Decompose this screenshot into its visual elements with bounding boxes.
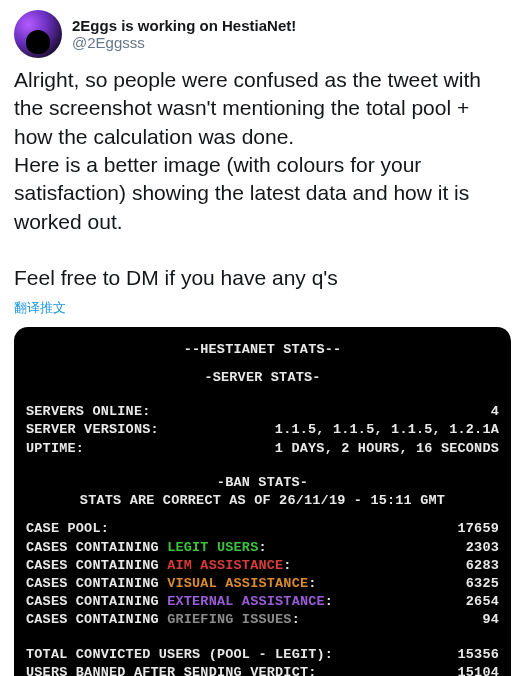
server-versions-value: 1.1.5, 1.1.5, 1.1.5, 1.2.1A	[275, 421, 499, 439]
visual-row: CASES CONTAINING VISUAL ASSISTANCE: 6325	[26, 575, 499, 593]
griefing-value: 94	[482, 611, 499, 629]
terminal-title: --HESTIANET STATS--	[26, 341, 499, 359]
tweet-text: Alright, so people were confused as the …	[14, 66, 511, 293]
aim-label: CASES CONTAINING AIM ASSISTANCE:	[26, 557, 292, 575]
server-versions-label: SERVER VERSIONS:	[26, 421, 159, 439]
uptime-label: UPTIME:	[26, 440, 84, 458]
server-stats-header: -SERVER STATS-	[26, 369, 499, 387]
uptime-row: UPTIME: 1 DAYS, 2 HOURS, 16 SECONDS	[26, 440, 499, 458]
aim-value: 6283	[466, 557, 499, 575]
correct-as-of: STATS ARE CORRECT AS OF 26/11/19 - 15:11…	[26, 492, 499, 510]
translate-link[interactable]: 翻译推文	[14, 299, 511, 317]
tweet-card: 2Eggs is working on HestiaNet! @2Eggsss …	[0, 0, 525, 676]
servers-online-row: SERVERS ONLINE: 4	[26, 403, 499, 421]
user-names[interactable]: 2Eggs is working on HestiaNet! @2Eggsss	[72, 10, 296, 58]
legit-row: CASES CONTAINING LEGIT USERS: 2303	[26, 539, 499, 557]
griefing-row: CASES CONTAINING GRIEFING ISSUES: 94	[26, 611, 499, 629]
external-label: CASES CONTAINING EXTERNAL ASSISTANCE:	[26, 593, 333, 611]
visual-label: CASES CONTAINING VISUAL ASSISTANCE:	[26, 575, 317, 593]
display-name: 2Eggs is working on HestiaNet!	[72, 17, 296, 34]
griefing-label: CASES CONTAINING GRIEFING ISSUES:	[26, 611, 300, 629]
legit-value: 2303	[466, 539, 499, 557]
case-pool-value: 17659	[457, 520, 499, 538]
ban-stats-header: -BAN STATS-	[26, 474, 499, 492]
servers-online-label: SERVERS ONLINE:	[26, 403, 151, 421]
banned-label: USERS BANNED AFTER SENDING VERDICT:	[26, 664, 317, 676]
banned-value: 15104	[457, 664, 499, 676]
tweet-header: 2Eggs is working on HestiaNet! @2Eggsss	[14, 10, 511, 58]
case-pool-label: CASE POOL:	[26, 520, 109, 538]
convicted-label: TOTAL CONVICTED USERS (POOL - LEGIT):	[26, 646, 333, 664]
convicted-row: TOTAL CONVICTED USERS (POOL - LEGIT): 15…	[26, 646, 499, 664]
uptime-value: 1 DAYS, 2 HOURS, 16 SECONDS	[275, 440, 499, 458]
convicted-value: 15356	[457, 646, 499, 664]
legit-label: CASES CONTAINING LEGIT USERS:	[26, 539, 267, 557]
terminal-image[interactable]: --HESTIANET STATS-- -SERVER STATS- SERVE…	[14, 327, 511, 676]
visual-value: 6325	[466, 575, 499, 593]
server-versions-row: SERVER VERSIONS: 1.1.5, 1.1.5, 1.1.5, 1.…	[26, 421, 499, 439]
aim-row: CASES CONTAINING AIM ASSISTANCE: 6283	[26, 557, 499, 575]
external-row: CASES CONTAINING EXTERNAL ASSISTANCE: 26…	[26, 593, 499, 611]
handle: @2Eggsss	[72, 34, 296, 51]
external-value: 2654	[466, 593, 499, 611]
banned-row: USERS BANNED AFTER SENDING VERDICT: 1510…	[26, 664, 499, 676]
case-pool-row: CASE POOL: 17659	[26, 520, 499, 538]
servers-online-value: 4	[491, 403, 499, 421]
avatar[interactable]	[14, 10, 62, 58]
